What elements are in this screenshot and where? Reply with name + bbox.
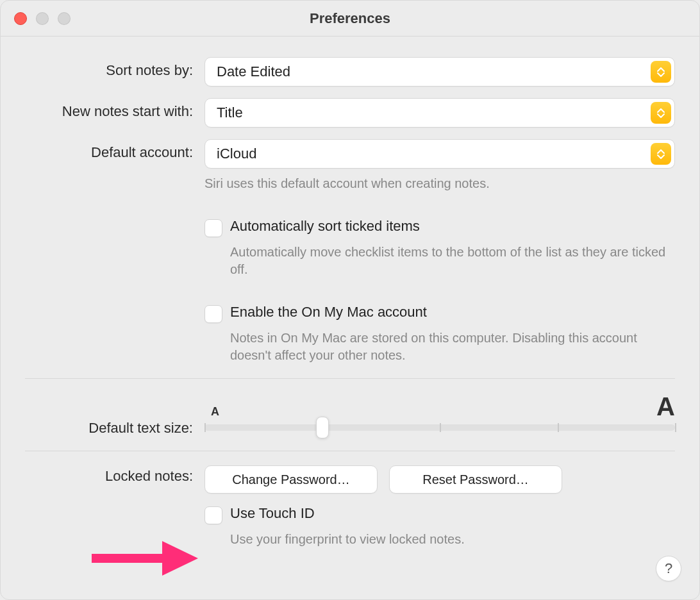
touch-id-row: Use Touch ID Use your fingerprint to vie… (25, 505, 675, 548)
close-window-button[interactable] (14, 12, 27, 25)
auto-sort-row: Automatically sort ticked items Automati… (25, 218, 675, 278)
new-notes-label: New notes start with: (25, 98, 204, 120)
up-down-chevrons-icon (651, 61, 671, 83)
small-a-icon: A (211, 405, 219, 419)
divider (25, 378, 675, 379)
minimize-window-button[interactable] (36, 12, 49, 25)
new-notes-value: Title (217, 104, 243, 121)
locked-notes-row: Locked notes: Change Password… Reset Pas… (25, 465, 675, 494)
on-my-mac-help: Notes in On My Mac are stored on this co… (230, 329, 675, 364)
large-a-icon: A (656, 392, 675, 421)
text-size-label: Default text size: (25, 393, 204, 437)
on-my-mac-row: Enable the On My Mac account Notes in On… (25, 304, 675, 364)
slider-track (204, 424, 675, 431)
default-account-row: Default account: iCloud Siri uses this d… (25, 139, 675, 192)
window-title: Preferences (1, 10, 699, 27)
sort-notes-popup[interactable]: Date Edited (204, 57, 675, 87)
reset-password-button[interactable]: Reset Password… (389, 465, 562, 494)
on-my-mac-label: Enable the On My Mac account (230, 304, 427, 321)
change-password-button[interactable]: Change Password… (204, 465, 378, 494)
preferences-window: Preferences Sort notes by: Date Edited N… (0, 0, 700, 600)
default-account-help: Siri uses this default account when crea… (204, 175, 675, 192)
sort-notes-label: Sort notes by: (25, 57, 204, 79)
up-down-chevrons-icon (651, 143, 671, 165)
default-account-popup[interactable]: iCloud (204, 139, 675, 169)
default-account-value: iCloud (217, 146, 256, 162)
touch-id-label: Use Touch ID (230, 505, 315, 522)
new-notes-popup[interactable]: Title (204, 98, 675, 128)
auto-sort-help: Automatically move checklist items to th… (230, 244, 675, 278)
window-controls (14, 12, 71, 25)
divider (25, 451, 675, 451)
touch-id-help: Use your fingerprint to view locked note… (230, 531, 675, 548)
locked-notes-label: Locked notes: (25, 465, 204, 485)
new-notes-row: New notes start with: Title (25, 98, 675, 128)
preferences-content: Sort notes by: Date Edited New notes sta… (1, 37, 699, 572)
auto-sort-label: Automatically sort ticked items (230, 218, 420, 235)
up-down-chevrons-icon (651, 102, 671, 124)
titlebar: Preferences (1, 1, 699, 37)
touch-id-checkbox[interactable] (204, 506, 222, 524)
slider-knob[interactable] (316, 417, 329, 438)
text-size-slider[interactable]: A A (204, 399, 675, 431)
on-my-mac-checkbox[interactable] (204, 305, 222, 323)
text-size-row: Default text size: A A (25, 393, 675, 437)
reset-password-label: Reset Password… (422, 472, 529, 487)
default-account-label: Default account: (25, 139, 204, 161)
auto-sort-checkbox[interactable] (204, 219, 222, 237)
sort-notes-value: Date Edited (217, 63, 290, 80)
sort-notes-row: Sort notes by: Date Edited (25, 57, 675, 87)
zoom-window-button[interactable] (58, 12, 71, 25)
help-button[interactable]: ? (656, 556, 681, 581)
question-mark-icon: ? (665, 560, 672, 577)
change-password-label: Change Password… (232, 472, 349, 487)
